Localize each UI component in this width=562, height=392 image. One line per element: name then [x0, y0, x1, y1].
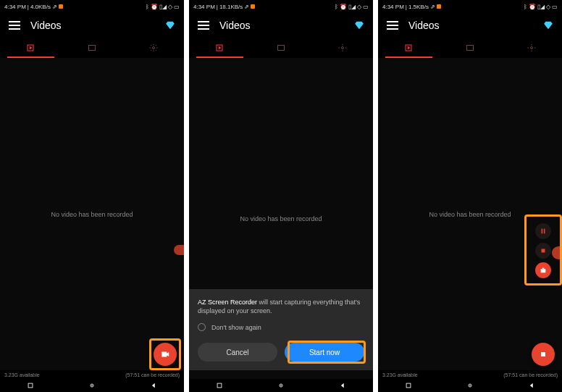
tab-settings[interactable]: [500, 38, 562, 58]
empty-message: No video has been recorded: [429, 211, 511, 218]
tab-images[interactable]: [440, 38, 501, 58]
tab-videos[interactable]: [378, 38, 440, 58]
tab-settings[interactable]: [311, 38, 373, 58]
battery-icon: ▭: [174, 4, 180, 10]
floating-bubble[interactable]: [174, 245, 184, 255]
svg-rect-18: [542, 228, 543, 233]
menu-icon[interactable]: [387, 21, 398, 30]
phone-screen-2: 4:34 PM | 18.1KB/s ⇗ ᛒ ⏰ ▯◢ ◇ ▭ Videos N…: [189, 0, 373, 392]
radio-icon: [198, 323, 206, 331]
status-net: 1.5KB/s: [408, 4, 429, 10]
svg-point-10: [341, 47, 343, 49]
empty-message: No video has been recorded: [51, 211, 133, 218]
nav-back-icon[interactable]: [338, 381, 347, 390]
status-footer: 3.23G available (57:51 can be recorded): [378, 370, 562, 379]
stop-fab[interactable]: [532, 343, 555, 366]
nav-home-icon[interactable]: [88, 381, 96, 390]
svg-rect-9: [278, 46, 285, 51]
wifi-icon: ◇: [546, 4, 550, 10]
nav-home-icon[interactable]: [466, 381, 474, 390]
svg-rect-11: [217, 383, 222, 388]
svg-point-17: [530, 47, 532, 49]
status-time: 4:34 PM: [382, 4, 404, 10]
wifi-icon: ◇: [168, 4, 172, 10]
svg-rect-4: [28, 383, 33, 388]
nav-home-icon[interactable]: [277, 381, 285, 390]
svg-rect-21: [541, 270, 546, 273]
battery-icon: ▭: [552, 4, 558, 10]
svg-marker-15: [408, 46, 410, 49]
nav-back-icon[interactable]: [149, 381, 158, 390]
tab-videos[interactable]: [0, 38, 62, 58]
tab-videos[interactable]: [189, 38, 251, 58]
svg-point-13: [280, 385, 282, 386]
nav-bar: [189, 379, 373, 392]
status-bar: 4:34 PM | 4.0KB/s ⇗ ᛒ ⏰ ▯◢ ◇ ▭: [0, 0, 184, 13]
status-net: 4.0KB/s: [30, 4, 51, 10]
storage-available: 3.23G available: [4, 372, 40, 378]
svg-rect-2: [89, 46, 96, 51]
nav-recent-icon[interactable]: [26, 381, 35, 390]
nav-recent-icon[interactable]: [215, 381, 224, 390]
premium-icon[interactable]: [165, 20, 175, 30]
tab-images[interactable]: [62, 38, 123, 58]
status-footer: 3.23G available (57:51 can be recorded): [0, 370, 184, 379]
start-now-button[interactable]: Start now: [285, 343, 364, 362]
wifi-icon: ◇: [357, 4, 361, 10]
cast-icon: ⇗: [430, 4, 435, 10]
pause-button[interactable]: [535, 223, 551, 239]
recording-indicator-icon: [437, 4, 441, 9]
signal-icon: ▯◢: [537, 4, 545, 10]
bluetooth-icon: ᛒ: [335, 4, 338, 10]
content-area: No video has been recorded: [378, 58, 562, 370]
page-title: Videos: [408, 20, 543, 31]
svg-point-3: [152, 47, 154, 49]
alarm-icon: ⏰: [529, 4, 536, 10]
status-bar: 4:34 PM | 1.5KB/s ⇗ ᛒ ⏰ ▯◢ ◇ ▭: [378, 0, 562, 13]
record-time-available: (57:51 can be recorded): [125, 372, 180, 378]
cast-icon: ⇗: [244, 4, 249, 10]
svg-rect-19: [544, 228, 545, 233]
svg-rect-23: [541, 352, 545, 356]
record-time-available: (57:51 can be recorded): [503, 372, 558, 378]
menu-icon[interactable]: [9, 21, 20, 30]
signal-icon: ▯◢: [159, 4, 167, 10]
signal-icon: ▯◢: [348, 4, 356, 10]
record-fab[interactable]: [154, 343, 177, 366]
alarm-icon: ⏰: [340, 4, 347, 10]
checkbox-label: Don't show again: [211, 324, 261, 331]
toolbox-button[interactable]: [535, 262, 551, 278]
recording-indicator-icon: [251, 4, 255, 9]
app-header: Videos: [0, 13, 184, 38]
cancel-button[interactable]: Cancel: [198, 343, 277, 362]
status-bar: 4:34 PM | 18.1KB/s ⇗ ᛒ ⏰ ▯◢ ◇ ▭: [189, 0, 373, 13]
phone-screen-3: 4:34 PM | 1.5KB/s ⇗ ᛒ ⏰ ▯◢ ◇ ▭ Videos No…: [378, 0, 562, 392]
floating-bubble[interactable]: [552, 246, 562, 259]
tab-bar: [378, 38, 562, 58]
premium-icon[interactable]: [543, 20, 553, 30]
svg-rect-20: [542, 249, 545, 252]
status-net: 18.1KB/s: [219, 4, 243, 10]
svg-rect-16: [467, 46, 474, 51]
permission-dialog: AZ Screen Recorder will start capturing …: [189, 289, 373, 370]
menu-icon[interactable]: [198, 21, 209, 30]
alarm-icon: ⏰: [151, 4, 158, 10]
empty-message: No video has been recorded: [240, 215, 322, 222]
tab-settings[interactable]: [122, 38, 184, 58]
storage-available: 3.23G available: [382, 372, 418, 378]
dont-show-checkbox[interactable]: Don't show again: [198, 323, 364, 331]
nav-recent-icon[interactable]: [404, 381, 413, 390]
page-title: Videos: [30, 20, 165, 31]
stop-button[interactable]: [535, 243, 551, 259]
page-title: Videos: [219, 20, 354, 31]
tab-bar: [189, 38, 373, 58]
nav-bar: [378, 379, 562, 392]
premium-icon[interactable]: [354, 20, 364, 30]
dialog-message: AZ Screen Recorder will start capturing …: [198, 298, 364, 316]
bluetooth-icon: ᛒ: [146, 4, 149, 10]
tab-images[interactable]: [251, 38, 312, 58]
nav-back-icon[interactable]: [527, 381, 536, 390]
svg-rect-24: [406, 383, 411, 388]
tab-bar: [0, 38, 184, 58]
content-area: No video has been recorded: [0, 58, 184, 370]
